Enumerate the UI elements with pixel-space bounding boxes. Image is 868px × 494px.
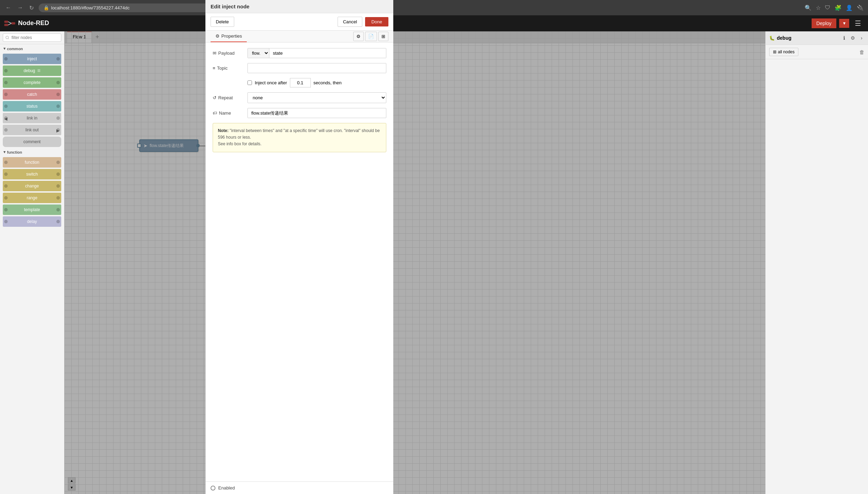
browser-icons: 🔍 ☆ 🛡 🧩 👤 🔌 [805,5,864,11]
repeat-label: ↺ Repeat [213,95,244,100]
browser-chrome: ← → ↻ 🔒 🔍 ☆ 🛡 🧩 👤 🔌 [0,0,868,15]
name-input[interactable] [247,108,386,118]
tab-properties[interactable]: ⚙ Properties [211,31,247,42]
node-port-left [4,220,8,223]
debug-filter-bar: ⊞ all nodes 🗑 [766,45,868,59]
deploy-button[interactable]: Deploy [812,18,837,28]
envelope-icon: ✉ [213,51,216,56]
seconds-label: seconds, then [314,80,342,85]
app-header-right: Deploy ▼ ☰ [812,18,864,29]
filter-nodes-input[interactable] [3,33,61,42]
node-port-left [4,161,8,164]
node-port-left [4,172,8,176]
section-function-chevron: ▾ [3,150,6,154]
account-icon[interactable]: 👤 [846,5,853,11]
svg-rect-2 [11,22,15,24]
node-switch[interactable]: switch [3,169,61,179]
star-icon[interactable]: ☆ [816,5,821,11]
deploy-dropdown-button[interactable]: ▼ [839,19,849,28]
node-port-left [4,184,8,188]
node-port-right [56,116,60,120]
section-common[interactable]: ▾ common [0,44,64,53]
topic-input[interactable] [247,63,386,73]
enabled-label: Enabled [218,485,235,491]
debug-chevron-button[interactable]: › [859,34,865,42]
edit-panel-body: ✉ Payload flow. ≡ Topic [206,43,393,481]
node-function-label: function [25,160,39,165]
section-function[interactable]: ▾ function [0,148,64,156]
filter-all-nodes-button[interactable]: ⊞ all nodes [769,48,798,56]
edit-panel-tabs: ⚙ Properties ⚙ 📄 ⊞ [206,31,393,43]
node-switch-label: switch [26,172,38,177]
search-icon[interactable]: 🔍 [805,5,812,11]
node-inject[interactable]: inject [3,54,61,64]
node-range[interactable]: range [3,193,61,203]
lock-icon: 🔒 [44,5,49,10]
node-link-in-label: link in [27,116,38,121]
reload-button[interactable]: ↻ [28,3,35,13]
enabled-radio[interactable] [211,486,215,491]
node-port-left [4,128,8,132]
node-function[interactable]: function [3,157,61,168]
topic-label: ≡ Topic [213,65,244,71]
node-link-out[interactable]: link out ▶ [3,125,61,135]
delete-button[interactable]: Delete [211,17,234,27]
settings-icon: ⚙ [215,33,220,39]
filter-label: all nodes [778,49,795,54]
table-icon-btn[interactable]: ⊞ [378,32,388,41]
node-comment-label: comment [23,139,40,144]
extension-icon[interactable]: 🔌 [857,5,864,11]
node-status[interactable]: status [3,101,61,111]
doc-icon-btn[interactable]: 📄 [365,32,377,41]
node-status-label: status [26,104,38,109]
edit-panel-footer: Enabled [206,481,393,494]
debug-trash-button[interactable]: 🗑 [859,49,865,55]
forward-button[interactable]: → [16,3,24,12]
node-complete[interactable]: complete [3,77,61,88]
cancel-button[interactable]: Cancel [338,17,362,27]
edit-panel-actions: Delete Cancel Done [206,13,393,31]
payload-type-select[interactable]: flow. [248,48,269,58]
inject-once-checkbox[interactable] [247,80,252,85]
payload-input-group: flow. [247,48,386,58]
inject-once-label: Inject once after [255,80,287,85]
edit-panel-title-text: Edit inject node [211,3,250,9]
repeat-label-text: Repeat [218,95,233,100]
node-debug[interactable]: debug ≡ [3,65,61,76]
shield-icon[interactable]: 🛡 [825,5,830,11]
menu-button[interactable]: ☰ [852,18,864,29]
name-row: 🏷 Name [213,108,386,118]
done-button[interactable]: Done [365,17,388,26]
node-port-right [56,196,60,200]
node-catch-label: catch [27,92,37,97]
edit-inject-panel: Edit inject node Delete Cancel Done ⚙ Pr… [205,0,393,494]
repeat-select[interactable]: none [247,92,386,103]
node-port-left [4,208,8,211]
node-link-out-label: link out [25,128,39,132]
node-delay-label: delay [27,219,37,224]
debug-header-icons: ℹ ⚙ › [841,34,865,42]
puzzle-icon[interactable]: 🧩 [835,5,842,11]
debug-settings-button[interactable]: ⚙ [849,34,857,42]
node-comment[interactable]: comment [3,137,61,147]
node-delay[interactable]: delay [3,216,61,227]
section-common-chevron: ▾ [3,46,6,51]
debug-lines-icon: ≡ [37,68,40,74]
debug-info-button[interactable]: ℹ [841,34,847,42]
name-label-text: Name [219,110,231,116]
node-catch[interactable]: catch [3,89,61,100]
canvas-area[interactable]: Flow 1 + ➤ flow.state传递结果 ⚡ 根据f... ▲ ▼ [64,31,765,494]
node-template[interactable]: template [3,204,61,215]
settings-icon-btn[interactable]: ⚙ [353,32,364,41]
back-button[interactable]: ← [4,3,13,12]
logo-svg [4,20,15,27]
debug-title: debug [777,35,791,41]
node-link-in[interactable]: ◀ link in [3,113,61,123]
inject-seconds-input[interactable] [290,78,311,87]
node-port-left [4,69,8,72]
payload-row: ✉ Payload flow. [213,48,386,58]
node-change[interactable]: change [3,181,61,191]
node-port-right [56,184,60,188]
payload-value-input[interactable] [269,48,386,58]
edit-panel-title: Edit inject node [206,0,393,13]
